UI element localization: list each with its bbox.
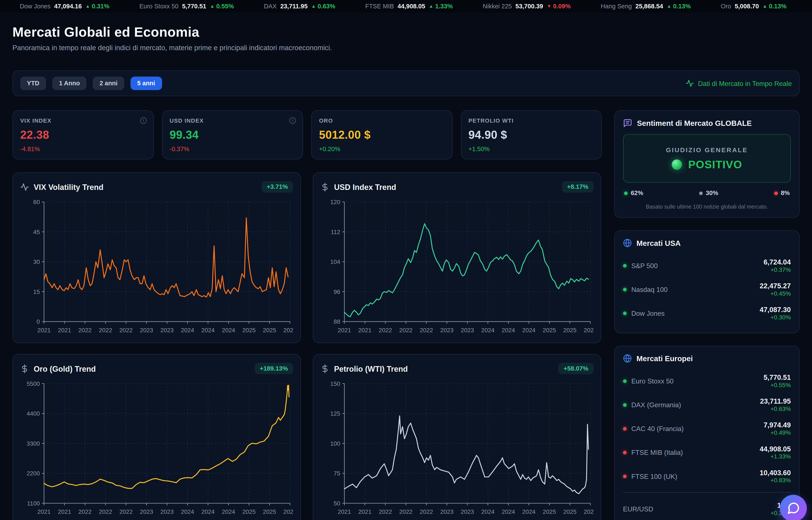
market-name: S&P 500 [623,262,658,269]
chart-card: VIX Volatility Trend+3.71% 2021202120222… [12,172,301,343]
ticker-change: ▲ 1.33% [429,3,453,10]
stat-card-label: VIX INDEX [20,118,146,124]
main-column: VIX INDEX22.38-4.81%USD INDEX99.34-0.37%… [12,110,602,520]
markets-europe-fx-rows: EUR/USD1.15+0.26%Bund 10Y (Rendimento)2.… [623,497,791,520]
neutral-share: 30% [699,189,718,197]
range-button-ytd[interactable]: YTD [20,77,46,90]
market-quote: 23,711.95+0.63% [760,397,791,412]
ticker-value: 23,711.95 [280,3,308,10]
svg-text:2022: 2022 [78,327,92,333]
market-change: +1.33% [760,453,791,460]
ticker-symbol: Hang Seng [601,3,632,10]
svg-text:112: 112 [331,229,340,235]
chat-fab-button[interactable] [780,495,807,520]
ticker-value: 5,008.70 [735,3,759,10]
chart-change-badge: +8.17% [562,181,593,192]
range-button-1-anno[interactable]: 1 Anno [52,77,87,90]
market-value: 44,908.05 [760,445,791,453]
stat-card-label: PETROLIO WTI [468,118,594,124]
stat-card-change: -4.81% [20,146,146,153]
market-name-label: Dow Jones [631,309,664,317]
svg-text:3300: 3300 [27,440,40,447]
ticker-bar: S&P 5006,724.04▲ 0.37%Dow Jones47,094.16… [0,0,812,12]
svg-text:2200: 2200 [27,470,40,477]
ticker-value: 44,908.05 [398,3,425,10]
divider [623,492,791,493]
info-icon[interactable] [289,117,296,124]
market-row: Dow Jones47,087.30+0.30% [623,301,791,325]
ticker-value: 53,700.39 [515,3,543,10]
info-icon[interactable] [139,117,147,124]
green-dot-icon [623,403,627,407]
svg-text:2021: 2021 [338,327,351,333]
stat-card: USD INDEX99.34-0.37% [162,110,303,159]
svg-text:2024: 2024 [481,509,494,515]
market-row: CAC 40 (Francia)7,974.49+0.49% [623,417,791,440]
stat-card-value: 5012.00 $ [319,128,445,142]
ticker-symbol: Dow Jones [20,3,50,10]
ticker-item: Nikkei 22553,700.39▼ 0.09% [483,3,571,10]
svg-text:60: 60 [33,199,40,205]
range-button-5-anni[interactable]: 5 anni [130,77,162,90]
ticker-value: 47,094.16 [54,3,82,10]
svg-text:15: 15 [33,288,40,295]
chart-plot: 2021202120222022202220232023202420242024… [20,380,293,518]
chart-grid [345,202,590,321]
markets-usa-title: Mercati USA [637,239,681,247]
stat-cards: VIX INDEX22.38-4.81%USD INDEX99.34-0.37%… [12,110,602,159]
ticker-change: ▲ 0.31% [85,3,109,10]
markets-europe-title: Mercati Europei [637,354,693,363]
green-dot-icon [623,287,627,291]
chart-plot: 2021202120222022202220232023202420242024… [20,198,293,336]
chart-svg: 2021202120222022202220232023202420242024… [321,198,593,336]
svg-text:2021: 2021 [58,509,71,515]
svg-text:2024: 2024 [522,509,536,515]
chart-axes [342,384,590,505]
market-name: EUR/USD [623,505,653,513]
ticker-item: Hang Seng25,868.54▲ 0.13% [601,3,691,10]
chart-icon [20,364,29,373]
chart-change-badge: +58.07% [558,363,594,374]
chart-grid [345,384,590,503]
ticker-item: Dow Jones47,094.16▲ 0.31% [20,3,109,10]
svg-text:2022: 2022 [420,327,433,333]
market-quote: 5,770.51+0.55% [763,373,791,388]
market-row: FTSE MIB (Italia)44,908.05+1.33% [623,440,791,464]
markets-usa-rows: S&P 5006,724.04+0.37%Nasdaq 10022,475.27… [623,254,791,325]
svg-text:2025: 2025 [543,509,556,515]
market-quote: 44,908.05+1.33% [760,445,791,460]
chart-title: Petrolio (WTI) Trend [334,364,554,373]
svg-text:45: 45 [33,229,40,235]
svg-text:104: 104 [330,259,340,265]
stat-card: PETROLIO WTI94.90 $+1.50% [461,110,602,159]
chart-svg: 2021202120222022202220232023202420242024… [20,198,293,336]
market-quote: 7,974.49+0.49% [763,421,791,436]
ticker-symbol: Euro Stoxx 50 [139,3,178,10]
live-data-label: Dati di Mercato in Tempo Reale [698,80,792,87]
globe-icon [623,354,632,363]
chart-grid [44,202,290,321]
market-change: +0.30% [760,314,791,320]
svg-text:2026: 2026 [283,509,293,515]
svg-text:2023: 2023 [440,327,454,333]
svg-text:50: 50 [334,500,340,506]
ticker-change: ▲ 0.13% [667,3,691,10]
stat-card-label: USD INDEX [170,118,295,124]
sentiment-status-dot [671,159,682,169]
range-buttons: YTD1 Anno2 anni5 anni [20,77,162,90]
green-dot-icon [623,311,627,315]
sentiment-footnote: Basato sulle ultime 100 notizie globali … [623,203,791,210]
sidebar: Sentiment di Mercato GLOBALE GIUDIZIO GE… [614,110,800,520]
stat-card-change: +1.50% [468,146,594,153]
market-row: DAX (Germania)23,711.95+0.63% [623,393,791,417]
range-button-2-anni[interactable]: 2 anni [93,77,124,90]
green-dot-icon [623,264,627,267]
svg-text:2025: 2025 [243,509,256,515]
market-name-label: FTSE 100 (UK) [631,472,677,480]
market-name: Nasdaq 100 [623,286,668,293]
chart-tick-labels: 2021202120222022202220232023202420242024… [33,199,293,334]
ticker-value: 5,770.51 [182,3,206,10]
market-change: +0.45% [760,290,791,297]
market-change: +0.49% [763,430,791,436]
svg-text:2024: 2024 [222,327,235,333]
